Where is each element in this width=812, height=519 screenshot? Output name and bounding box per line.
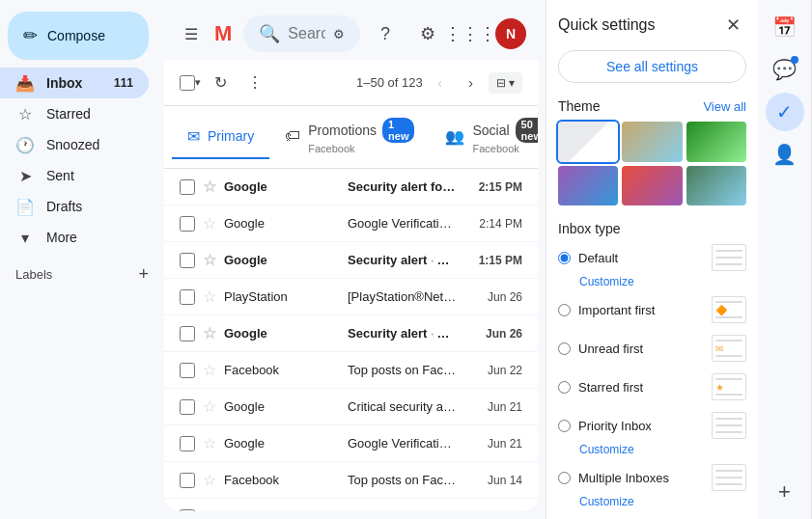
email-checkbox-3[interactable] (180, 289, 195, 305)
email-star-5[interactable]: ☆ (203, 361, 216, 379)
email-subject-6: Critical security alert for nyimeate... (348, 399, 457, 414)
inbox-radio-multiple_inboxes[interactable] (558, 472, 571, 484)
theme-mountain[interactable] (686, 166, 746, 206)
email-checkbox-6[interactable] (180, 399, 195, 415)
email-row[interactable]: ☆ PlayStation [PlayStation®Network] アカウン… (164, 279, 538, 315)
email-row[interactable]: ☆ Google Security alert · A new sign-in … (164, 315, 538, 352)
settings-button[interactable]: ⚙ (410, 16, 445, 51)
email-subject-7: Google Verification Code · Googl... (348, 436, 457, 451)
email-checkbox-7[interactable] (180, 436, 195, 451)
theme-abstract[interactable] (558, 166, 618, 206)
email-row[interactable]: ☆ Google Google Verification Code · Goog… (164, 425, 538, 462)
theme-flowers[interactable] (622, 166, 682, 206)
compose-button[interactable]: ✏ Compose (8, 12, 149, 60)
inbox-option-priority_inbox: Priority InboxCustomize (558, 412, 746, 456)
top-bar: ☰ M 🔍 ⚙ ? ⚙ ⋮⋮⋮ N (164, 8, 538, 60)
add-label-button[interactable]: + (138, 264, 149, 285)
search-input[interactable] (288, 25, 325, 42)
prev-page-button[interactable]: ‹ (427, 69, 454, 96)
email-subject-5: Top posts on Facebook: posts fro... (348, 363, 457, 377)
email-row[interactable]: ☆ Google Google Verification Code · Goog… (164, 205, 538, 242)
inbox-radio-unread_first[interactable] (558, 342, 571, 355)
theme-forest[interactable] (686, 122, 746, 162)
email-star-3[interactable]: ☆ (203, 287, 216, 306)
compose-icon: ✏ (23, 25, 38, 46)
email-checkbox-8[interactable] (180, 473, 195, 488)
refresh-button[interactable]: ↻ (205, 68, 236, 98)
customize-link-priority_inbox[interactable]: Customize (579, 443, 746, 456)
view-toggle-button[interactable]: ⊟ ▾ (489, 72, 522, 94)
email-checkbox-1[interactable] (180, 216, 195, 232)
inbox-radio-priority_inbox[interactable] (558, 420, 571, 432)
avatar[interactable]: N (495, 18, 526, 49)
tab-primary[interactable]: ✉ Primary (172, 116, 269, 159)
email-row[interactable]: ☆ Facebook Top posts on Facebook: posts … (164, 499, 538, 511)
email-sender-3: PlayStation (224, 289, 340, 304)
email-star-4[interactable]: ☆ (203, 324, 216, 342)
inbox-radio-default[interactable] (558, 252, 571, 264)
tab-social[interactable]: 👥 Social 50 new Facebook (430, 106, 538, 168)
email-star-1[interactable]: ☆ (203, 214, 216, 232)
email-checkbox-9[interactable] (180, 509, 195, 512)
tab-label-row-promotions: Promotions 1 new (308, 118, 414, 143)
sidebar-item-sent[interactable]: ➤ Sent (0, 160, 149, 191)
see-all-settings-button[interactable]: See all settings (558, 50, 746, 83)
sidebar-item-more[interactable]: ▾ More (0, 222, 149, 253)
tasks-icon-button[interactable]: ✓ (766, 93, 804, 131)
tab-icon-promotions: 🏷 (285, 127, 300, 145)
theme-view-all-link[interactable]: View all (703, 99, 746, 114)
search-options-icon[interactable]: ⚙ (333, 27, 345, 41)
email-checkbox-4[interactable] (180, 326, 195, 341)
email-row[interactable]: ☆ Facebook Top posts on Facebook: posts … (164, 352, 538, 389)
email-subject-8: Top posts on Facebook: posts fro... (348, 473, 457, 487)
chat-notification-dot (791, 56, 798, 64)
customize-link-default[interactable]: Customize (579, 275, 746, 288)
sidebar-item-drafts[interactable]: 📄 Drafts (0, 191, 149, 222)
next-page-button[interactable]: › (458, 69, 485, 96)
email-date-8: Jun 14 (464, 474, 522, 487)
email-row[interactable]: ☆ Facebook Top posts on Facebook: posts … (164, 462, 538, 499)
email-star-6[interactable]: ☆ (203, 397, 216, 416)
theme-default[interactable] (558, 122, 618, 162)
contacts-icon-button[interactable]: 👤 (766, 135, 804, 174)
hamburger-menu-button[interactable]: ☰ (176, 18, 207, 49)
select-all-checkbox[interactable] (180, 75, 195, 91)
inbox-option-starred_first: Starred first★ (558, 373, 746, 400)
sidebar-item-inbox[interactable]: 📥 Inbox 111 (0, 68, 149, 98)
more-options-button[interactable]: ⋮ (239, 68, 270, 98)
quick-settings-title: Quick settings (558, 16, 655, 34)
email-star-0[interactable]: ☆ (203, 178, 216, 196)
inbox-option-row-multiple_inboxes: Multiple Inboxes (558, 464, 746, 491)
search-bar[interactable]: 🔍 ⚙ (243, 15, 360, 52)
email-date-3: Jun 26 (464, 290, 522, 304)
sidebar-item-snoozed[interactable]: 🕐 Snoozed (0, 129, 149, 160)
email-row[interactable]: ☆ Google Critical security alert for nyi… (164, 389, 538, 425)
email-star-7[interactable]: ☆ (203, 434, 216, 452)
chat-icon-button[interactable]: 💬 (766, 50, 804, 89)
sidebar-item-starred[interactable]: ☆ Starred (0, 98, 149, 129)
customize-link-multiple_inboxes[interactable]: Customize (579, 495, 746, 508)
tab-promotions[interactable]: 🏷 Promotions 1 new Facebook (269, 106, 430, 168)
email-subject-1: Google Verification Code · Google ... (348, 216, 457, 231)
add-sidebar-button[interactable]: + (766, 473, 804, 511)
inbox-radio-starred_first[interactable] (558, 381, 571, 394)
quick-settings-close-button[interactable]: ✕ (719, 12, 746, 39)
email-checkbox-5[interactable] (180, 363, 195, 378)
theme-beach[interactable] (622, 122, 682, 162)
email-star-2[interactable]: ☆ (203, 251, 216, 269)
help-button[interactable]: ? (368, 16, 403, 51)
email-checkbox-2[interactable] (180, 253, 195, 268)
email-row[interactable]: ☆ Google Security alert · A new sign-in … (164, 242, 538, 279)
select-dropdown-arrow[interactable]: ▾ (195, 76, 201, 89)
email-date-5: Jun 22 (464, 364, 522, 377)
meet-icon-button[interactable]: 📅 (766, 8, 804, 46)
more-icon: ⋮ (247, 73, 263, 92)
email-star-9[interactable]: ☆ (203, 507, 216, 511)
email-date-2: 1:15 PM (464, 254, 522, 267)
email-checkbox-0[interactable] (180, 179, 195, 195)
email-star-8[interactable]: ☆ (203, 471, 216, 489)
inbox-radio-important_first[interactable] (558, 304, 571, 316)
apps-button[interactable]: ⋮⋮⋮ (453, 16, 488, 51)
email-row[interactable]: ☆ Google Security alert for nyimeate@gma… (164, 169, 538, 205)
quick-settings-header: Quick settings ✕ (558, 12, 746, 39)
